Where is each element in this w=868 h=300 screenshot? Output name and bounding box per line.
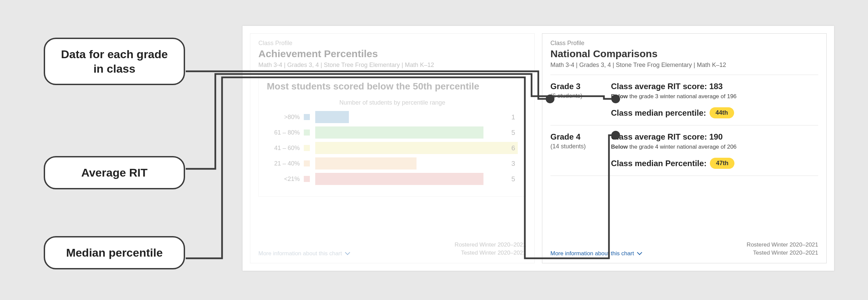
bar-value: 5 (512, 129, 515, 137)
tested-line: Tested Winter 2020–2021 (455, 249, 526, 257)
avg-rit-sub-rest: the grade 4 winter national average of 2… (628, 144, 737, 150)
avg-rit-sub: Below the grade 3 winter national averag… (611, 93, 818, 100)
median-pct-label: Class median Percentile: (611, 159, 707, 168)
more-info-link[interactable]: More information about this chart (258, 250, 350, 257)
swatch-yellow (304, 145, 310, 151)
bar-value: 6 (512, 144, 515, 152)
roster-info: Rostered Winter 2020–2021 Tested Winter … (747, 241, 818, 257)
avg-rit-sub: Below the grade 4 winter national averag… (611, 144, 818, 150)
callout-median-percentile: Median percentile (44, 236, 185, 269)
bar-row: 21 – 40% 3 (267, 157, 518, 169)
national-comparisons-card: Class Profile National Comparisons Math … (542, 33, 827, 263)
card-title: Achievement Percentiles (258, 48, 526, 60)
median-pct-label: Class median percentile: (611, 108, 706, 118)
median-pct-line: Class median Percentile: 47th (611, 158, 818, 169)
chart-headline: Most students scored below the 50th perc… (267, 81, 518, 92)
median-pct-line: Class median percentile: 44th (611, 107, 818, 119)
bar-label: 21 – 40% (267, 160, 304, 167)
below-label: Below (611, 144, 628, 150)
achievement-percentiles-card: Class Profile Achievement Percentiles Ma… (250, 33, 535, 263)
bar-label: <21% (267, 175, 304, 182)
rostered-line: Rostered Winter 2020–2021 (455, 241, 526, 249)
bar-value: 3 (512, 160, 515, 167)
percentile-pill: 44th (710, 107, 734, 119)
card-title: National Comparisons (550, 48, 818, 60)
tested-line: Tested Winter 2020–2021 (747, 249, 818, 257)
swatch-red (304, 176, 310, 182)
swatch-blue (304, 114, 310, 120)
more-info-label: More information about this chart (550, 250, 634, 257)
callout-average-rit: Average RIT (44, 156, 185, 189)
swatch-green (304, 130, 310, 136)
chevron-down-icon (637, 250, 642, 257)
chart-subheadline: Number of students by percentile range (267, 99, 518, 106)
bar-row: >80% 1 (267, 111, 518, 123)
callout-data-each-grade: Data for each grade in class (44, 38, 185, 85)
grade-block-3: Grade 3 (6 students) Class average RIT s… (550, 75, 818, 126)
bar-row: 61 – 80% 5 (267, 127, 518, 139)
bar-label: >80% (267, 114, 304, 121)
roster-info: Rostered Winter 2020–2021 Tested Winter … (455, 241, 526, 257)
grade-name: Grade 3 (550, 82, 607, 91)
card-subtitle: Math 3-4 | Grades 3, 4 | Stone Tree Frog… (550, 62, 818, 69)
grade-block-4: Grade 4 (14 students) Class average RIT … (550, 126, 818, 176)
swatch-orange (304, 160, 310, 166)
card-eyebrow: Class Profile (258, 40, 526, 47)
bar-label: 61 – 80% (267, 129, 304, 136)
percentile-chart: Most students scored below the 50th perc… (258, 75, 526, 197)
more-info-label: More information about this chart (258, 250, 342, 257)
grade-name: Grade 4 (550, 132, 607, 142)
card-eyebrow: Class Profile (550, 40, 818, 47)
card-subtitle: Math 3-4 | Grades 3, 4 | Stone Tree Frog… (258, 62, 526, 69)
bar-value: 5 (512, 175, 515, 183)
avg-rit-sub-rest: the grade 3 winter national average of 1… (628, 93, 737, 100)
grade-student-count: (14 students) (550, 143, 607, 150)
rostered-line: Rostered Winter 2020–2021 (747, 241, 818, 249)
bar-label: 41 – 60% (267, 145, 304, 152)
bar-value: 1 (512, 113, 515, 121)
chevron-down-icon (345, 250, 350, 257)
grade-student-count: (6 students) (550, 93, 607, 100)
bar-row: <21% 5 (267, 173, 518, 185)
percentile-pill: 47th (710, 158, 735, 169)
bar-row: 41 – 60% 6 (267, 142, 518, 154)
below-label: Below (611, 93, 628, 100)
avg-rit-line: Class average RIT score: 190 (611, 132, 818, 142)
report-area: Class Profile Achievement Percentiles Ma… (242, 26, 834, 271)
avg-rit-line: Class average RIT score: 183 (611, 82, 818, 91)
more-info-link[interactable]: More information about this chart (550, 250, 642, 257)
